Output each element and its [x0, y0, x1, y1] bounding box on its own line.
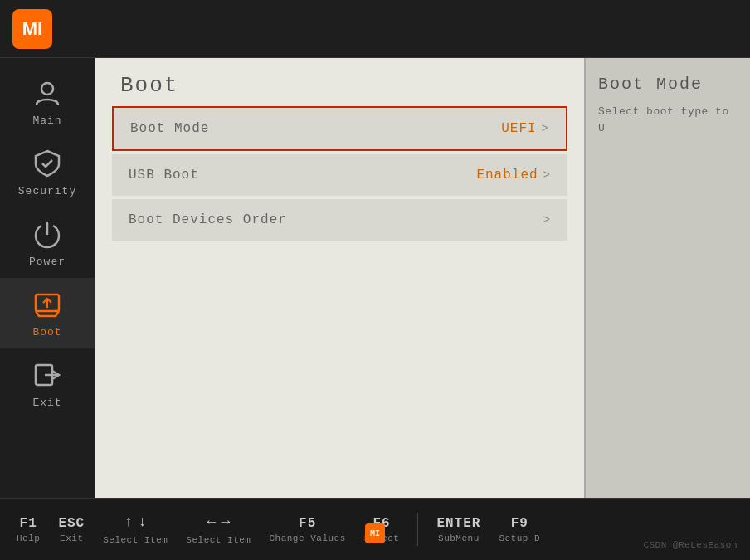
sidebar-item-main[interactable]: Main [0, 66, 95, 137]
key-f9-label: F9 [511, 516, 528, 531]
exit-icon [31, 358, 64, 392]
right-panel-title: Boot Mode [598, 75, 738, 94]
boot-devices-order-label: Boot Devices Order [129, 212, 287, 227]
bios-screen: MI Main [0, 0, 750, 560]
divider [417, 513, 418, 546]
right-panel-description: Select boot type to U [598, 104, 738, 136]
key-f5-label: F5 [299, 516, 316, 531]
key-f5: F5 Change Values [269, 516, 345, 543]
mi-logo: MI [12, 9, 52, 49]
key-updown-desc: Select Item [103, 535, 168, 545]
top-bar: MI [0, 0, 750, 58]
sidebar: Main Security [0, 58, 95, 498]
center-panel: Boot Boot Mode UEFI > USB Boot Enabled > [95, 58, 584, 498]
arrow-left-icon: ← [207, 514, 217, 530]
key-enter-label: ENTER [436, 516, 480, 531]
boot-mode-label: Boot Mode [130, 121, 209, 136]
sidebar-label-main: Main [32, 114, 61, 127]
key-f1: F1 Help [17, 516, 40, 543]
usb-boot-value: Enabled > [476, 168, 551, 183]
menu-list: Boot Mode UEFI > USB Boot Enabled > [95, 106, 584, 498]
key-arrows-updown: ↑ ↓ Select Item [103, 514, 168, 545]
sidebar-item-boot[interactable]: Boot [0, 278, 95, 348]
right-panel: Boot Mode Select boot type to U [584, 58, 750, 498]
key-f1-desc: Help [17, 533, 40, 543]
sidebar-item-exit[interactable]: Exit [0, 348, 95, 419]
key-f5-desc: Change Values [269, 533, 345, 543]
menu-item-boot-mode[interactable]: Boot Mode UEFI > [112, 106, 567, 151]
sidebar-label-boot: Boot [32, 326, 61, 338]
boot-devices-order-value: > [543, 213, 551, 226]
svg-point-0 [41, 83, 53, 95]
boot-mode-value: UEFI > [501, 121, 549, 136]
mi-bottom-logo: MI [365, 523, 385, 543]
arrow-up-icon: ↑ [124, 514, 133, 530]
key-leftright-desc: Select Item [186, 535, 251, 545]
sidebar-item-power[interactable]: Power [0, 207, 95, 278]
boot-mode-chevron: > [542, 122, 549, 135]
shield-icon [31, 147, 64, 180]
menu-item-boot-devices-order[interactable]: Boot Devices Order > [112, 199, 567, 241]
key-enter: ENTER SubMenu [436, 516, 480, 543]
key-f9: F9 Setup D [499, 516, 540, 543]
key-arrows-leftright: ← → Select Item [186, 514, 251, 545]
key-f9-desc: Setup D [499, 533, 540, 543]
sidebar-label-exit: Exit [32, 397, 61, 409]
usb-boot-chevron: > [543, 168, 551, 182]
main-content: Main Security [0, 58, 750, 498]
key-esc: ESC Exit [58, 516, 85, 543]
boot-devices-order-chevron: > [543, 213, 551, 226]
key-esc-desc: Exit [60, 533, 83, 543]
mi-bottom-logo-box: MI [365, 523, 385, 543]
power-icon [31, 217, 64, 251]
sidebar-label-security: Security [18, 185, 76, 197]
key-f1-label: F1 [20, 516, 37, 531]
person-icon [31, 76, 64, 110]
sidebar-item-security[interactable]: Security [0, 137, 95, 207]
boot-icon [31, 288, 64, 321]
menu-item-usb-boot[interactable]: USB Boot Enabled > [112, 154, 567, 196]
sidebar-label-power: Power [29, 256, 66, 268]
watermark: CSDN @ReLesEason [643, 540, 738, 550]
usb-boot-label: USB Boot [129, 168, 199, 183]
arrow-right-icon: → [221, 514, 230, 530]
arrow-down-icon: ↓ [138, 514, 147, 530]
page-title: Boot [95, 58, 584, 106]
key-esc-label: ESC [58, 516, 85, 531]
key-enter-desc: SubMenu [438, 533, 480, 543]
